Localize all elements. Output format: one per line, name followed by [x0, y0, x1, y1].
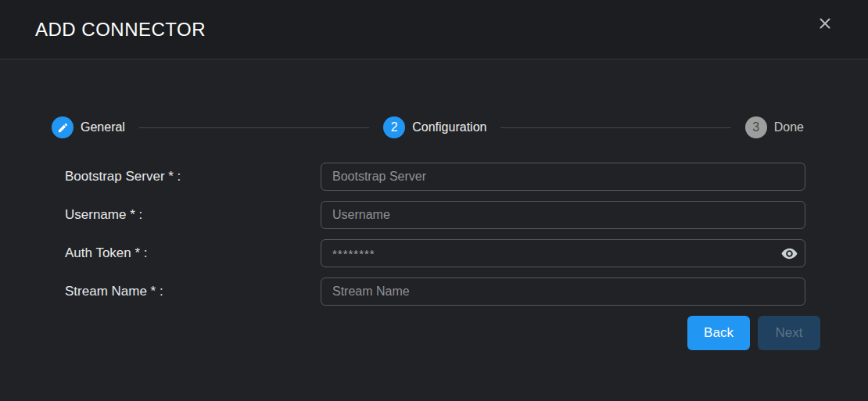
step-general[interactable]: General [52, 116, 125, 138]
toggle-password-visibility-button[interactable] [780, 244, 798, 263]
step-done-indicator: 3 [745, 116, 767, 138]
back-button[interactable]: Back [687, 316, 750, 350]
stream-name-input-wrap [321, 277, 805, 306]
step-general-indicator [52, 116, 74, 138]
username-label: Username * : [65, 207, 321, 223]
auth-token-label: Auth Token * : [65, 245, 321, 261]
username-input-wrap [321, 201, 805, 229]
page-title: ADD CONNECTOR [35, 19, 206, 41]
auth-token-input[interactable] [321, 239, 805, 267]
stream-name-input[interactable] [321, 277, 805, 306]
form-row-username: Username * : [65, 201, 805, 229]
step-done: 3 Done [745, 116, 804, 138]
close-button[interactable] [815, 13, 835, 34]
pencil-icon [57, 122, 69, 134]
modal-header: ADD CONNECTOR [0, 0, 868, 59]
wizard-stepper: General 2 Configuration 3 Done [52, 116, 804, 138]
step-done-label: Done [774, 120, 804, 134]
footer-actions: Back Next [687, 316, 820, 350]
auth-token-input-wrap [321, 239, 805, 267]
bootstrap-server-label: Bootstrap Server * : [65, 169, 321, 184]
configuration-form: Bootstrap Server * : Username * : Auth T… [65, 163, 805, 316]
next-button[interactable]: Next [758, 316, 820, 350]
step-configuration-label: Configuration [412, 120, 486, 134]
step-configuration-indicator: 2 [383, 116, 405, 138]
form-row-stream-name: Stream Name * : [65, 277, 805, 306]
form-row-auth-token: Auth Token * : [65, 239, 805, 267]
eye-icon [780, 245, 798, 263]
stepper-connector [500, 127, 730, 128]
bootstrap-server-input[interactable] [321, 163, 805, 191]
form-row-bootstrap-server: Bootstrap Server * : [65, 163, 805, 191]
bootstrap-server-input-wrap [321, 163, 805, 191]
stream-name-label: Stream Name * : [65, 284, 321, 299]
step-general-label: General [81, 120, 125, 134]
close-icon [816, 15, 834, 32]
stepper-connector [139, 127, 369, 128]
username-input[interactable] [321, 201, 805, 229]
step-configuration[interactable]: 2 Configuration [383, 116, 486, 138]
